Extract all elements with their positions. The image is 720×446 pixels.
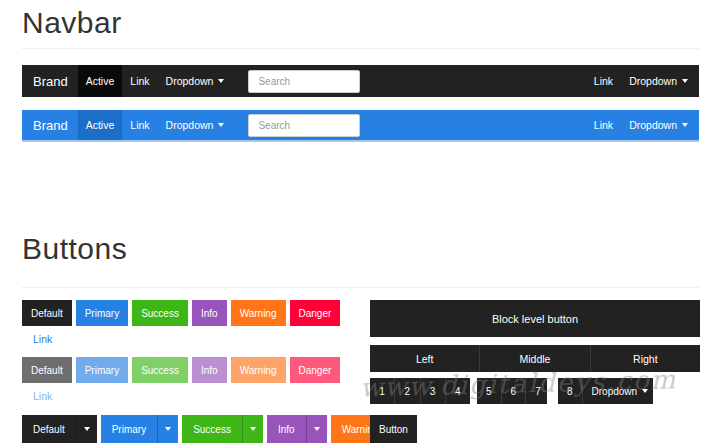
page-3-button[interactable]: 3 [420,378,445,404]
default-split-main-button[interactable]: Default [22,415,76,443]
navbar-brand[interactable]: Brand [22,110,78,140]
danger-button-disabled: Danger [290,357,341,383]
standalone-button[interactable]: Button [370,415,417,443]
nav-item-link-label: Link [130,119,149,131]
buttons-left-column: Default Primary Success Info Warning Dan… [22,300,362,446]
button-row-split-dropdowns: Default Primary Success Info Warning [22,415,411,443]
divider [22,48,699,49]
page-5-button[interactable]: 5 [477,378,501,404]
success-split-main-button[interactable]: Success [182,415,242,443]
primary-button-disabled: Primary [76,357,128,383]
success-split-dropdown: Success [182,415,263,443]
button-group-3: 8 Dropdown [558,378,653,404]
group-dropdown-label: Dropdown [592,386,638,397]
button-row-disabled: Default Primary Success Info Warning Dan… [22,357,340,383]
navbar-spacer [360,65,585,97]
justified-button-group: Left Middle Right [370,345,700,372]
info-split-main-button[interactable]: Info [267,415,306,443]
caret-down-icon [682,123,688,127]
caret-down-icon [642,389,648,393]
navbar-inverse: Brand Active Link Dropdown Link Dropdown [22,65,699,97]
page-4-button[interactable]: 4 [445,378,470,404]
caret-down-icon [250,427,256,431]
navbar-spacer [360,110,585,140]
info-split-dropdown: Info [267,415,327,443]
caret-down-icon [218,79,224,83]
search-input[interactable] [248,114,360,137]
nav-item-active[interactable]: Active [78,65,123,97]
caret-down-icon [314,427,320,431]
success-split-toggle-button[interactable] [242,415,263,443]
primary-split-dropdown: Primary [101,415,178,443]
page-6-button[interactable]: 6 [501,378,526,404]
middle-button[interactable]: Middle [479,345,589,372]
info-button[interactable]: Info [192,300,227,326]
nav-item-link-label: Link [130,75,149,87]
page-1-button[interactable]: 1 [370,378,394,404]
buttons-section-title: Buttons [22,232,127,266]
nav-right-dropdown-label: Dropdown [629,75,677,87]
default-button[interactable]: Default [22,300,72,326]
nav-right-link-label: Link [594,75,613,87]
button-row-normal: Default Primary Success Info Warning Dan… [22,300,340,326]
nav-item-link[interactable]: Link [122,110,157,140]
nav-item-active[interactable]: Active [78,110,123,140]
page-2-button[interactable]: 2 [394,378,419,404]
nav-dropdown-label: Dropdown [166,75,214,87]
caret-down-icon [165,427,171,431]
info-button-disabled: Info [192,357,227,383]
nav-item-right-dropdown[interactable]: Dropdown [621,110,699,140]
nav-item-right-link[interactable]: Link [586,110,621,140]
success-button[interactable]: Success [132,300,188,326]
warning-button-disabled: Warning [231,357,286,383]
block-level-button[interactable]: Block level button [370,300,700,337]
navbar-brand[interactable]: Brand [22,65,78,97]
nav-item-active-label: Active [86,75,115,87]
page-7-button[interactable]: 7 [525,378,550,404]
primary-button[interactable]: Primary [76,300,128,326]
right-button[interactable]: Right [590,345,700,372]
default-button-disabled: Default [22,357,72,383]
button-group-1: 1 2 3 4 [370,378,470,404]
nav-item-dropdown[interactable]: Dropdown [158,65,233,97]
group-dropdown-button[interactable]: Dropdown [582,378,658,404]
default-split-toggle-button[interactable] [76,415,97,443]
link-button-disabled: Link [33,390,52,402]
navbar-primary: Brand Active Link Dropdown Link Dropdown [22,110,699,142]
nav-item-link[interactable]: Link [122,65,157,97]
nav-right-dropdown-label: Dropdown [629,119,677,131]
nav-right-link-label: Link [594,119,613,131]
primary-split-toggle-button[interactable] [157,415,178,443]
nav-item-right-dropdown[interactable]: Dropdown [621,65,699,97]
warning-button[interactable]: Warning [231,300,286,326]
info-split-toggle-button[interactable] [306,415,327,443]
divider [22,287,699,288]
buttons-right-column: Block level button Left Middle Right 1 2… [370,300,700,446]
nav-item-active-label: Active [86,119,115,131]
primary-split-main-button[interactable]: Primary [101,415,157,443]
caret-down-icon [682,79,688,83]
navbar-section-title: Navbar [22,6,122,40]
nav-dropdown-label: Dropdown [166,119,214,131]
caret-down-icon [84,427,90,431]
nav-item-dropdown[interactable]: Dropdown [158,110,233,140]
success-button-disabled: Success [132,357,188,383]
left-button[interactable]: Left [370,345,479,372]
button-group-2: 5 6 7 [477,378,547,404]
danger-button[interactable]: Danger [290,300,341,326]
nav-item-right-link[interactable]: Link [586,65,621,97]
default-split-dropdown: Default [22,415,97,443]
link-button[interactable]: Link [33,333,52,345]
page-8-button[interactable]: 8 [558,378,582,404]
search-input[interactable] [248,70,360,93]
caret-down-icon [218,123,224,127]
